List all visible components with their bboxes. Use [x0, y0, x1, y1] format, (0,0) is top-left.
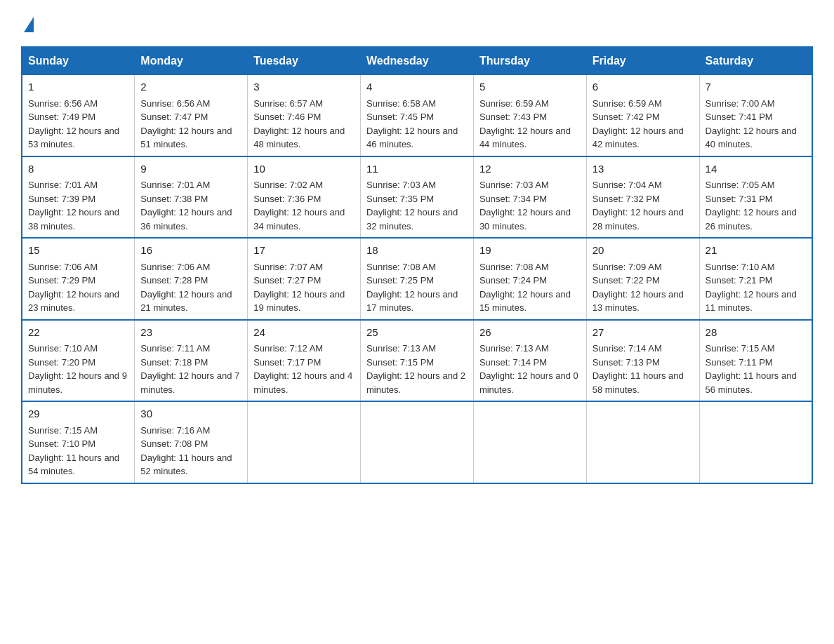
day-sunset: Sunset: 7:49 PM: [28, 110, 128, 124]
day-number: 8: [28, 161, 128, 177]
logo-triangle-icon: [24, 17, 34, 32]
day-sunrise: Sunrise: 7:07 AM: [253, 260, 355, 274]
day-sunset: Sunset: 7:24 PM: [479, 274, 581, 288]
calendar-cell: [699, 401, 812, 483]
day-daylight: Daylight: 12 hours and 30 minutes.: [479, 206, 581, 233]
day-number: 18: [366, 243, 468, 259]
column-header-wednesday: Wednesday: [361, 47, 474, 75]
day-sunrise: Sunrise: 7:12 AM: [253, 342, 355, 356]
day-daylight: Daylight: 12 hours and 9 minutes.: [28, 369, 128, 396]
day-sunrise: Sunrise: 6:56 AM: [28, 97, 128, 111]
calendar-cell: 3 Sunrise: 6:57 AM Sunset: 7:46 PM Dayli…: [248, 75, 361, 156]
day-daylight: Daylight: 12 hours and 38 minutes.: [28, 206, 128, 233]
day-daylight: Daylight: 12 hours and 42 minutes.: [593, 124, 694, 152]
day-sunset: Sunset: 7:25 PM: [366, 274, 468, 288]
calendar-cell: [586, 401, 699, 483]
day-sunrise: Sunrise: 7:06 AM: [140, 260, 241, 274]
calendar-cell: 15 Sunrise: 7:06 AM Sunset: 7:29 PM Dayl…: [22, 238, 135, 320]
calendar-header-row: SundayMondayTuesdayWednesdayThursdayFrid…: [22, 47, 812, 75]
calendar-cell: 30 Sunrise: 7:16 AM Sunset: 7:08 PM Dayl…: [135, 401, 248, 483]
day-daylight: Daylight: 12 hours and 2 minutes.: [366, 369, 468, 396]
day-number: 24: [253, 325, 355, 341]
day-sunrise: Sunrise: 7:03 AM: [479, 178, 581, 192]
day-daylight: Daylight: 11 hours and 56 minutes.: [706, 369, 806, 396]
day-sunrise: Sunrise: 7:01 AM: [28, 178, 128, 192]
day-number: 23: [140, 325, 241, 341]
day-sunrise: Sunrise: 6:58 AM: [366, 97, 468, 111]
page-header: [21, 14, 813, 32]
day-number: 21: [706, 243, 806, 259]
day-daylight: Daylight: 11 hours and 52 minutes.: [140, 451, 241, 478]
calendar-cell: 1 Sunrise: 6:56 AM Sunset: 7:49 PM Dayli…: [22, 75, 135, 156]
day-number: 13: [593, 161, 694, 177]
day-daylight: Daylight: 12 hours and 36 minutes.: [140, 206, 241, 233]
logo: [21, 14, 35, 32]
day-sunset: Sunset: 7:11 PM: [706, 356, 806, 370]
calendar-cell: [248, 401, 361, 483]
day-daylight: Daylight: 12 hours and 17 minutes.: [366, 288, 468, 315]
day-number: 12: [479, 161, 581, 177]
calendar-week-row: 29 Sunrise: 7:15 AM Sunset: 7:10 PM Dayl…: [22, 401, 812, 483]
day-number: 3: [253, 79, 355, 95]
day-number: 29: [28, 406, 128, 422]
calendar-cell: [361, 401, 474, 483]
day-daylight: Daylight: 12 hours and 19 minutes.: [253, 288, 355, 315]
day-daylight: Daylight: 12 hours and 11 minutes.: [706, 288, 806, 315]
day-sunset: Sunset: 7:29 PM: [28, 274, 128, 288]
day-sunrise: Sunrise: 7:02 AM: [253, 178, 355, 192]
day-sunset: Sunset: 7:39 PM: [28, 192, 128, 206]
day-number: 25: [366, 325, 468, 341]
calendar-cell: 25 Sunrise: 7:13 AM Sunset: 7:15 PM Dayl…: [361, 320, 474, 402]
day-sunrise: Sunrise: 6:59 AM: [593, 97, 694, 111]
day-sunset: Sunset: 7:47 PM: [140, 110, 241, 124]
day-number: 17: [253, 243, 355, 259]
day-number: 14: [706, 161, 806, 177]
day-number: 11: [366, 161, 468, 177]
column-header-monday: Monday: [135, 47, 248, 75]
day-daylight: Daylight: 12 hours and 13 minutes.: [593, 288, 694, 315]
day-daylight: Daylight: 12 hours and 28 minutes.: [593, 206, 694, 233]
day-sunrise: Sunrise: 7:16 AM: [140, 424, 241, 438]
day-sunrise: Sunrise: 7:09 AM: [593, 260, 694, 274]
day-sunset: Sunset: 7:20 PM: [28, 356, 128, 370]
day-sunrise: Sunrise: 7:08 AM: [479, 260, 581, 274]
day-number: 19: [479, 243, 581, 259]
day-sunset: Sunset: 7:22 PM: [593, 274, 694, 288]
day-daylight: Daylight: 12 hours and 23 minutes.: [28, 288, 128, 315]
day-daylight: Daylight: 11 hours and 54 minutes.: [28, 451, 128, 478]
day-sunset: Sunset: 7:34 PM: [479, 192, 581, 206]
calendar-week-row: 15 Sunrise: 7:06 AM Sunset: 7:29 PM Dayl…: [22, 238, 812, 320]
calendar-table: SundayMondayTuesdayWednesdayThursdayFrid…: [21, 46, 813, 484]
calendar-cell: 11 Sunrise: 7:03 AM Sunset: 7:35 PM Dayl…: [361, 156, 474, 239]
day-sunrise: Sunrise: 7:01 AM: [140, 178, 241, 192]
day-sunset: Sunset: 7:28 PM: [140, 274, 241, 288]
calendar-cell: 14 Sunrise: 7:05 AM Sunset: 7:31 PM Dayl…: [699, 156, 812, 239]
day-sunset: Sunset: 7:13 PM: [593, 356, 694, 370]
day-daylight: Daylight: 12 hours and 26 minutes.: [706, 206, 806, 233]
day-number: 27: [593, 325, 694, 341]
day-sunset: Sunset: 7:45 PM: [366, 110, 468, 124]
calendar-cell: 18 Sunrise: 7:08 AM Sunset: 7:25 PM Dayl…: [361, 238, 474, 320]
column-header-thursday: Thursday: [473, 47, 586, 75]
day-sunset: Sunset: 7:10 PM: [28, 437, 128, 451]
day-daylight: Daylight: 12 hours and 44 minutes.: [479, 124, 581, 152]
day-sunrise: Sunrise: 7:15 AM: [706, 342, 806, 356]
day-daylight: Daylight: 12 hours and 7 minutes.: [140, 369, 241, 396]
day-sunset: Sunset: 7:46 PM: [253, 110, 355, 124]
day-number: 15: [28, 243, 128, 259]
column-header-saturday: Saturday: [699, 47, 812, 75]
column-header-tuesday: Tuesday: [248, 47, 361, 75]
calendar-cell: 23 Sunrise: 7:11 AM Sunset: 7:18 PM Dayl…: [135, 320, 248, 402]
calendar-cell: 13 Sunrise: 7:04 AM Sunset: 7:32 PM Dayl…: [586, 156, 699, 239]
day-daylight: Daylight: 12 hours and 51 minutes.: [140, 124, 241, 152]
day-number: 9: [140, 161, 241, 177]
day-sunset: Sunset: 7:27 PM: [253, 274, 355, 288]
day-daylight: Daylight: 12 hours and 34 minutes.: [253, 206, 355, 233]
day-daylight: Daylight: 12 hours and 4 minutes.: [253, 369, 355, 396]
day-sunrise: Sunrise: 7:10 AM: [706, 260, 806, 274]
day-number: 5: [479, 79, 581, 95]
day-sunset: Sunset: 7:35 PM: [366, 192, 468, 206]
day-sunrise: Sunrise: 7:10 AM: [28, 342, 128, 356]
day-sunrise: Sunrise: 7:03 AM: [366, 178, 468, 192]
calendar-cell: 8 Sunrise: 7:01 AM Sunset: 7:39 PM Dayli…: [22, 156, 135, 239]
